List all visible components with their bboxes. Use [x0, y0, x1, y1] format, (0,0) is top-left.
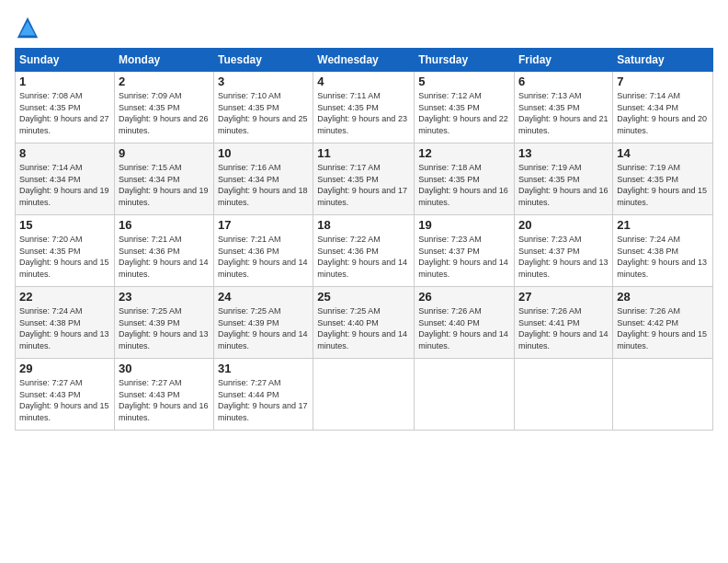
day-number: 31 — [218, 362, 309, 375]
page: Sunday Monday Tuesday Wednesday Thursday… — [0, 0, 728, 563]
day-number: 8 — [19, 146, 110, 160]
table-row: 26 Sunrise: 7:26 AMSunset: 4:40 PMDaylig… — [415, 287, 515, 359]
day-number: 16 — [119, 218, 210, 232]
day-info: Sunrise: 7:24 AMSunset: 4:38 PMDaylight:… — [19, 306, 109, 350]
day-info: Sunrise: 7:14 AMSunset: 4:34 PMDaylight:… — [617, 91, 707, 135]
day-info: Sunrise: 7:27 AMSunset: 4:44 PMDaylight:… — [218, 378, 308, 422]
day-info: Sunrise: 7:10 AMSunset: 4:35 PMDaylight:… — [218, 91, 308, 135]
table-row — [613, 359, 713, 431]
calendar-week-5: 29 Sunrise: 7:27 AMSunset: 4:43 PMDaylig… — [16, 359, 713, 431]
table-row: 11 Sunrise: 7:17 AMSunset: 4:35 PMDaylig… — [313, 144, 415, 215]
day-info: Sunrise: 7:19 AMSunset: 4:35 PMDaylight:… — [518, 163, 609, 207]
day-number: 22 — [19, 290, 110, 304]
col-sunday: Sunday — [16, 49, 115, 72]
day-info: Sunrise: 7:21 AMSunset: 4:36 PMDaylight:… — [218, 235, 308, 279]
day-number: 20 — [518, 218, 609, 232]
table-row: 6 Sunrise: 7:13 AMSunset: 4:35 PMDayligh… — [515, 72, 613, 144]
calendar-week-3: 15 Sunrise: 7:20 AMSunset: 4:35 PMDaylig… — [16, 215, 713, 287]
table-row: 22 Sunrise: 7:24 AMSunset: 4:38 PMDaylig… — [16, 287, 115, 359]
day-info: Sunrise: 7:11 AMSunset: 4:35 PMDaylight:… — [317, 91, 407, 135]
day-number: 17 — [218, 218, 309, 232]
table-row: 20 Sunrise: 7:23 AMSunset: 4:37 PMDaylig… — [515, 215, 613, 287]
day-number: 2 — [119, 75, 210, 88]
day-number: 11 — [317, 146, 410, 160]
table-row: 29 Sunrise: 7:27 AMSunset: 4:43 PMDaylig… — [16, 359, 115, 431]
col-monday: Monday — [114, 49, 213, 72]
table-row: 27 Sunrise: 7:26 AMSunset: 4:41 PMDaylig… — [515, 287, 613, 359]
day-number: 30 — [119, 362, 210, 375]
day-number: 18 — [317, 218, 410, 232]
day-number: 1 — [19, 75, 110, 88]
calendar-week-1: 1 Sunrise: 7:08 AMSunset: 4:35 PMDayligh… — [16, 72, 713, 144]
calendar-header-row: Sunday Monday Tuesday Wednesday Thursday… — [16, 49, 713, 72]
table-row: 10 Sunrise: 7:16 AMSunset: 4:34 PMDaylig… — [214, 144, 313, 215]
table-row: 7 Sunrise: 7:14 AMSunset: 4:34 PMDayligh… — [613, 72, 713, 144]
table-row: 18 Sunrise: 7:22 AMSunset: 4:36 PMDaylig… — [313, 215, 415, 287]
day-number: 3 — [218, 75, 309, 88]
day-number: 21 — [617, 218, 709, 232]
day-info: Sunrise: 7:09 AMSunset: 4:35 PMDaylight:… — [119, 91, 209, 135]
table-row — [515, 359, 613, 431]
day-info: Sunrise: 7:23 AMSunset: 4:37 PMDaylight:… — [518, 235, 609, 279]
day-info: Sunrise: 7:17 AMSunset: 4:35 PMDaylight:… — [317, 163, 407, 207]
day-info: Sunrise: 7:26 AMSunset: 4:40 PMDaylight:… — [418, 306, 508, 350]
day-info: Sunrise: 7:12 AMSunset: 4:35 PMDaylight:… — [418, 91, 508, 135]
logo — [15, 15, 44, 40]
day-info: Sunrise: 7:25 AMSunset: 4:39 PMDaylight:… — [218, 306, 308, 350]
header — [15, 15, 713, 40]
day-number: 9 — [119, 146, 210, 160]
day-number: 29 — [19, 362, 110, 375]
day-number: 28 — [617, 290, 709, 304]
day-number: 6 — [518, 75, 609, 88]
calendar-table: Sunday Monday Tuesday Wednesday Thursday… — [15, 48, 713, 431]
day-number: 12 — [418, 146, 510, 160]
day-info: Sunrise: 7:14 AMSunset: 4:34 PMDaylight:… — [19, 163, 109, 207]
day-info: Sunrise: 7:16 AMSunset: 4:34 PMDaylight:… — [218, 163, 308, 207]
day-info: Sunrise: 7:25 AMSunset: 4:39 PMDaylight:… — [119, 306, 209, 350]
day-info: Sunrise: 7:27 AMSunset: 4:43 PMDaylight:… — [119, 378, 209, 422]
table-row — [415, 359, 515, 431]
day-info: Sunrise: 7:24 AMSunset: 4:38 PMDaylight:… — [617, 235, 707, 279]
day-info: Sunrise: 7:23 AMSunset: 4:37 PMDaylight:… — [418, 235, 508, 279]
table-row: 14 Sunrise: 7:19 AMSunset: 4:35 PMDaylig… — [613, 144, 713, 215]
col-saturday: Saturday — [613, 49, 713, 72]
table-row: 19 Sunrise: 7:23 AMSunset: 4:37 PMDaylig… — [415, 215, 515, 287]
table-row: 17 Sunrise: 7:21 AMSunset: 4:36 PMDaylig… — [214, 215, 313, 287]
day-number: 4 — [317, 75, 410, 88]
day-number: 13 — [518, 146, 609, 160]
table-row: 24 Sunrise: 7:25 AMSunset: 4:39 PMDaylig… — [214, 287, 313, 359]
day-number: 10 — [218, 146, 309, 160]
table-row: 21 Sunrise: 7:24 AMSunset: 4:38 PMDaylig… — [613, 215, 713, 287]
table-row: 16 Sunrise: 7:21 AMSunset: 4:36 PMDaylig… — [114, 215, 213, 287]
day-info: Sunrise: 7:22 AMSunset: 4:36 PMDaylight:… — [317, 235, 407, 279]
day-number: 24 — [218, 290, 309, 304]
table-row: 3 Sunrise: 7:10 AMSunset: 4:35 PMDayligh… — [214, 72, 313, 144]
day-info: Sunrise: 7:08 AMSunset: 4:35 PMDaylight:… — [19, 91, 109, 135]
day-info: Sunrise: 7:21 AMSunset: 4:36 PMDaylight:… — [119, 235, 209, 279]
logo-icon — [15, 15, 40, 40]
day-number: 5 — [418, 75, 510, 88]
table-row: 15 Sunrise: 7:20 AMSunset: 4:35 PMDaylig… — [16, 215, 115, 287]
table-row: 2 Sunrise: 7:09 AMSunset: 4:35 PMDayligh… — [114, 72, 213, 144]
table-row: 13 Sunrise: 7:19 AMSunset: 4:35 PMDaylig… — [515, 144, 613, 215]
day-number: 15 — [19, 218, 110, 232]
table-row — [313, 359, 415, 431]
day-number: 26 — [418, 290, 510, 304]
day-number: 23 — [119, 290, 210, 304]
table-row: 4 Sunrise: 7:11 AMSunset: 4:35 PMDayligh… — [313, 72, 415, 144]
day-info: Sunrise: 7:25 AMSunset: 4:40 PMDaylight:… — [317, 306, 407, 350]
day-info: Sunrise: 7:15 AMSunset: 4:34 PMDaylight:… — [119, 163, 209, 207]
table-row: 5 Sunrise: 7:12 AMSunset: 4:35 PMDayligh… — [415, 72, 515, 144]
day-number: 14 — [617, 146, 709, 160]
table-row: 1 Sunrise: 7:08 AMSunset: 4:35 PMDayligh… — [16, 72, 115, 144]
day-info: Sunrise: 7:27 AMSunset: 4:43 PMDaylight:… — [19, 378, 109, 422]
table-row: 12 Sunrise: 7:18 AMSunset: 4:35 PMDaylig… — [415, 144, 515, 215]
day-number: 19 — [418, 218, 510, 232]
day-info: Sunrise: 7:18 AMSunset: 4:35 PMDaylight:… — [418, 163, 508, 207]
day-number: 7 — [617, 75, 709, 88]
table-row: 31 Sunrise: 7:27 AMSunset: 4:44 PMDaylig… — [214, 359, 313, 431]
day-number: 25 — [317, 290, 410, 304]
day-info: Sunrise: 7:26 AMSunset: 4:42 PMDaylight:… — [617, 306, 707, 350]
day-info: Sunrise: 7:19 AMSunset: 4:35 PMDaylight:… — [617, 163, 707, 207]
col-wednesday: Wednesday — [313, 49, 415, 72]
